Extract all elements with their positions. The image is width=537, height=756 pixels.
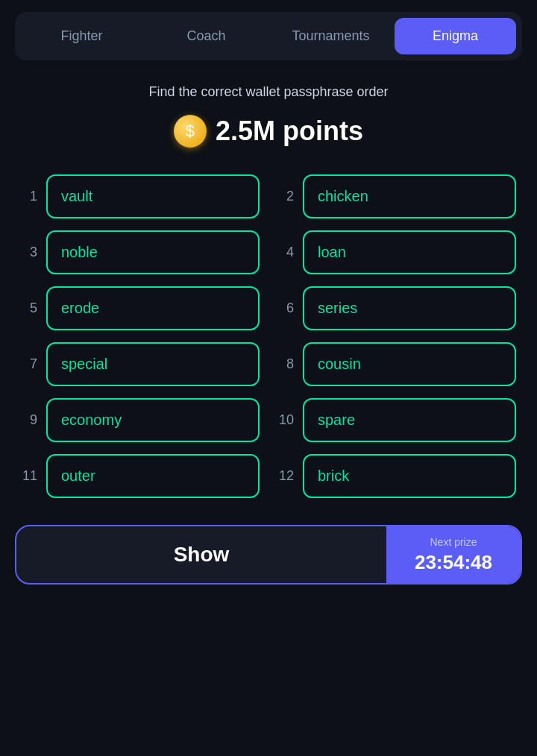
prize-amount: 2.5M points [216, 116, 363, 147]
word-row-2: 2 chicken [277, 174, 516, 218]
tab-tournaments[interactable]: Tournaments [270, 18, 392, 54]
word-number-7: 7 [21, 356, 37, 372]
tab-fighter[interactable]: Fighter [21, 18, 142, 54]
word-number-10: 10 [277, 412, 294, 428]
next-prize-timer: 23:54:48 [415, 551, 492, 574]
subtitle: Find the correct wallet passphrase order [148, 84, 388, 100]
word-row-9: 9 economy [21, 398, 260, 442]
word-box-1[interactable]: vault [46, 174, 260, 218]
bottom-bar: Show Next prize 23:54:48 [15, 525, 522, 585]
word-box-6[interactable]: series [303, 286, 516, 330]
coin-icon: $ [174, 115, 207, 148]
word-row-10: 10 spare [277, 398, 516, 442]
word-box-11[interactable]: outer [46, 454, 260, 498]
show-button[interactable]: Show [16, 526, 386, 583]
prize-row: $ 2.5M points [174, 115, 363, 148]
word-box-5[interactable]: erode [46, 286, 260, 330]
word-box-2[interactable]: chicken [303, 174, 516, 218]
word-row-5: 5 erode [21, 286, 260, 330]
word-row-4: 4 loan [277, 230, 516, 274]
word-number-3: 3 [21, 245, 37, 260]
next-prize-label: Next prize [430, 536, 477, 548]
word-box-10[interactable]: spare [303, 398, 516, 442]
nav-tabs: Fighter Coach Tournaments Enigma [15, 12, 522, 60]
word-box-12[interactable]: brick [303, 454, 516, 498]
word-row-3: 3 noble [21, 230, 260, 274]
tab-coach[interactable]: Coach [145, 18, 267, 54]
word-row-7: 7 special [21, 342, 260, 386]
word-number-9: 9 [21, 412, 37, 428]
word-number-6: 6 [277, 300, 294, 316]
word-row-1: 1 vault [21, 174, 260, 218]
next-prize-panel: Next prize 23:54:48 [386, 526, 521, 583]
coin-symbol: $ [186, 122, 195, 141]
word-number-5: 5 [21, 300, 37, 316]
words-grid: 1 vault 2 chicken 3 noble 4 loan 5 erode… [15, 174, 522, 498]
word-row-11: 11 outer [21, 454, 260, 498]
word-number-8: 8 [277, 356, 294, 372]
word-number-4: 4 [277, 245, 294, 260]
tab-enigma[interactable]: Enigma [395, 18, 516, 54]
word-box-9[interactable]: economy [46, 398, 260, 442]
word-box-3[interactable]: noble [46, 230, 260, 274]
word-number-11: 11 [21, 468, 37, 484]
word-number-12: 12 [277, 468, 294, 484]
main-content: Find the correct wallet passphrase order… [15, 84, 522, 498]
word-box-7[interactable]: special [46, 342, 260, 386]
word-row-12: 12 brick [277, 454, 516, 498]
word-row-6: 6 series [277, 286, 516, 330]
word-box-4[interactable]: loan [303, 230, 516, 274]
word-row-8: 8 cousin [277, 342, 516, 386]
word-number-2: 2 [277, 189, 294, 204]
word-box-8[interactable]: cousin [303, 342, 516, 386]
word-number-1: 1 [21, 189, 37, 204]
